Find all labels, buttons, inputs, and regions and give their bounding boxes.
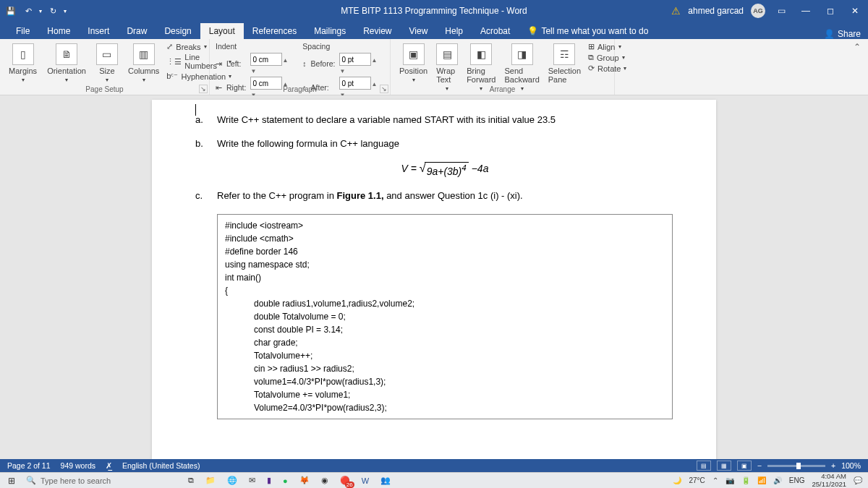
tab-layout[interactable]: Layout	[200, 23, 244, 39]
tab-home[interactable]: Home	[38, 23, 79, 39]
paragraph-group-label: Paragraph	[283, 85, 317, 93]
qc-text: Refer to the C++ program in Figure 1.1, …	[217, 190, 523, 201]
app-icon[interactable]: ▮	[261, 473, 277, 488]
clock[interactable]: 4:04 AM 25/11/2021	[812, 473, 846, 488]
notifications-icon[interactable]: 💬	[854, 476, 862, 484]
taskbar-search[interactable]: 🔍 Type here to search	[23, 476, 182, 485]
language-indicator[interactable]: ENG	[789, 476, 805, 484]
zoom-thumb[interactable]	[796, 463, 801, 469]
browser-icon[interactable]: 🦊	[294, 473, 315, 488]
zoom-value[interactable]: 100%	[841, 461, 861, 470]
code-line: {	[225, 284, 665, 297]
tell-me-search[interactable]: 💡 Tell me what you want to do	[519, 23, 657, 39]
code-line: char grade;	[254, 336, 665, 349]
word-icon[interactable]: W	[356, 473, 375, 488]
tab-references[interactable]: References	[244, 23, 305, 39]
spacing-before-input[interactable]	[339, 53, 371, 66]
ribbon-display-icon[interactable]: ▭	[773, 2, 790, 20]
save-icon[interactable]: 💾	[4, 4, 17, 17]
warning-icon[interactable]: ⚠	[671, 5, 681, 17]
code-line: using namespace std;	[225, 258, 665, 271]
zoom-in-icon[interactable]: +	[831, 461, 835, 470]
document-page[interactable]: a. Write C++ statement to declare a vari…	[152, 100, 716, 459]
document-area[interactable]: a. Write C++ statement to declare a vari…	[0, 95, 868, 459]
start-button[interactable]: ⊞	[0, 473, 23, 488]
columns-button[interactable]: ▥Columns▾	[125, 42, 162, 92]
position-button[interactable]: ▣Position▾	[396, 42, 430, 93]
tab-review[interactable]: Review	[354, 23, 400, 39]
print-layout-icon[interactable]: ▦	[717, 461, 731, 471]
share-button[interactable]: 👤 Share	[824, 29, 861, 39]
tab-help[interactable]: Help	[436, 23, 472, 39]
tell-me-label: Tell me what you want to do	[541, 26, 648, 36]
collapse-ribbon-icon[interactable]: ⌃	[854, 42, 861, 52]
margins-label: Margins	[9, 67, 37, 75]
avatar[interactable]: AG	[751, 4, 765, 18]
web-layout-icon[interactable]: ▣	[737, 461, 752, 471]
qb-text: Write the following formula in C++ langu…	[217, 138, 399, 149]
indent-left-label: Left:	[226, 59, 246, 68]
tab-design[interactable]: Design	[156, 23, 200, 39]
status-language[interactable]: English (United States)	[122, 461, 200, 470]
orientation-button[interactable]: 🗎Orientation▾	[44, 42, 89, 92]
camera-icon[interactable]: 📷	[726, 476, 734, 484]
breaks-icon: ⤢	[166, 42, 173, 51]
selectionpane-button[interactable]: ☶Selection Pane	[545, 42, 584, 93]
minimize-icon[interactable]: —	[797, 2, 814, 20]
formula-tail: −4a	[472, 163, 489, 174]
tab-draw[interactable]: Draw	[118, 23, 156, 39]
close-icon[interactable]: ✕	[846, 2, 864, 20]
tray-expand-icon[interactable]: ⌃	[712, 476, 718, 484]
rotate-button[interactable]: ⟳Rotate ▾	[588, 64, 626, 73]
tab-mailings[interactable]: Mailings	[305, 23, 354, 39]
edge-icon[interactable]: 🌐	[221, 473, 243, 488]
undo-icon[interactable]: ↶	[22, 4, 35, 17]
tab-insert[interactable]: Insert	[79, 23, 118, 39]
zoom-out-icon[interactable]: −	[757, 461, 762, 470]
code-line: int main()	[225, 271, 665, 284]
redo-icon[interactable]: ↻	[46, 4, 59, 17]
task-view-icon[interactable]: ⧉	[182, 473, 200, 488]
code-line: cin >> radius1 >> radius2;	[254, 362, 665, 375]
group-label: Group	[597, 53, 619, 62]
teams-icon[interactable]: 👥	[375, 473, 396, 488]
read-mode-icon[interactable]: ▤	[697, 461, 711, 471]
undo-dropdown[interactable]: ▾	[39, 8, 42, 14]
app2-icon[interactable]: 🔴26	[334, 473, 356, 488]
spellcheck-icon[interactable]: ✗̲	[106, 461, 112, 470]
maximize-icon[interactable]: ◻	[822, 2, 839, 20]
indent-right-input[interactable]	[250, 77, 282, 90]
rotate-icon: ⟳	[588, 64, 595, 73]
battery-icon[interactable]: 🔋	[741, 476, 750, 484]
align-button[interactable]: ⊞Align ▾	[588, 42, 626, 51]
volume-icon[interactable]: 🔊	[773, 476, 782, 484]
mail-icon[interactable]: ✉	[243, 473, 261, 488]
weather-icon[interactable]: 🌙	[673, 476, 681, 484]
size-button[interactable]: ▭Size▾	[93, 42, 121, 92]
spacing-after-input[interactable]	[339, 77, 371, 90]
indent-left-input[interactable]	[250, 53, 282, 66]
tab-acrobat[interactable]: Acrobat	[472, 23, 519, 39]
explorer-icon[interactable]: 📁	[200, 473, 221, 488]
code-line: volume1=4.0/3*PI*pow(radius1,3);	[254, 375, 665, 388]
wifi-icon[interactable]: 📶	[757, 476, 766, 484]
wraptext-button[interactable]: ▤Wrap Text▾	[433, 42, 461, 93]
margins-button[interactable]: ▯Margins▾	[6, 42, 40, 92]
pagesetup-launcher[interactable]: ↘	[199, 85, 208, 93]
group-button[interactable]: ⧉Group ▾	[588, 53, 626, 62]
qat-customize[interactable]: ▾	[64, 8, 67, 14]
qa-letter: a.	[195, 114, 208, 125]
tab-file[interactable]: File	[7, 23, 38, 39]
tab-view[interactable]: View	[401, 23, 437, 39]
paragraph-launcher[interactable]: ↘	[380, 85, 388, 93]
status-words[interactable]: 949 words	[61, 461, 95, 470]
zoom-slider[interactable]	[767, 465, 825, 467]
chrome-icon[interactable]: ◉	[315, 473, 334, 488]
spotify-icon[interactable]: ●	[277, 473, 294, 488]
status-page[interactable]: Page 2 of 11	[7, 461, 51, 470]
breaks-label: Breaks	[176, 43, 200, 51]
search-placeholder: Type here to search	[41, 476, 111, 485]
orientation-label: Orientation	[47, 67, 86, 75]
temperature[interactable]: 27°C	[689, 476, 705, 484]
position-icon: ▣	[403, 43, 425, 65]
